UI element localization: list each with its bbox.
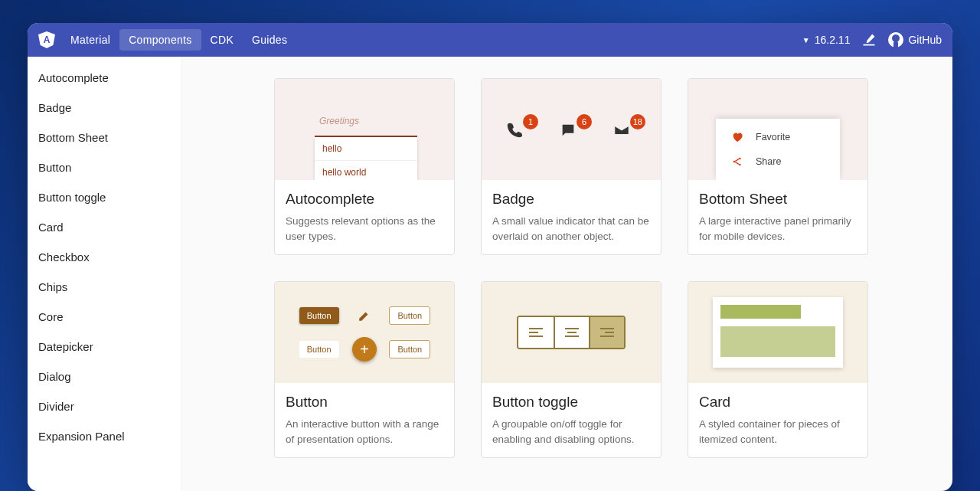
- preview-card: [688, 282, 867, 383]
- card-desc: A large interactive panel primarily for …: [699, 214, 857, 244]
- sidebar-item-core[interactable]: Core: [28, 302, 181, 332]
- sidebar-item-checkbox[interactable]: Checkbox: [28, 242, 181, 272]
- card-title: Card: [699, 394, 857, 411]
- card-title: Button toggle: [492, 394, 650, 411]
- preview-badge: 1 6 18: [482, 79, 661, 180]
- card-desc: An interactive button with a range of pr…: [286, 417, 443, 447]
- sidebar-item-autocomplete[interactable]: Autocomplete: [28, 63, 181, 93]
- sidebar-item-datepicker[interactable]: Datepicker: [28, 332, 181, 362]
- align-center-icon: [554, 317, 589, 348]
- card-autocomplete[interactable]: Greetings hello hello world Autocomplete…: [274, 78, 455, 255]
- nav-cdk[interactable]: CDK: [201, 29, 243, 51]
- component-grid: Greetings hello hello world Autocomplete…: [274, 78, 906, 458]
- card-title: Badge: [492, 191, 650, 208]
- top-navbar: A Material Components CDK Guides ▼ 16.2.…: [28, 23, 952, 57]
- github-link[interactable]: GitHub: [888, 32, 942, 47]
- bs-label: Favorite: [756, 132, 790, 142]
- card-card[interactable]: Card A styled container for pieces of it…: [688, 281, 868, 458]
- card-desc: A small value indicator that can be over…: [492, 214, 650, 244]
- share-icon: [731, 155, 743, 168]
- svg-point-0: [733, 161, 736, 163]
- github-icon: [888, 32, 903, 47]
- main-content[interactable]: Greetings hello hello world Autocomplete…: [182, 57, 952, 491]
- card-title: Autocomplete: [286, 191, 443, 208]
- nav-components[interactable]: Components: [119, 29, 201, 51]
- align-left-icon: [518, 317, 554, 348]
- sidebar-item-expansion-panel[interactable]: Expansion Panel: [28, 421, 181, 451]
- preview-ac-placeholder: Greetings: [315, 110, 417, 137]
- preview-btn-stroked: Button: [389, 306, 430, 325]
- align-right-icon: [589, 317, 624, 348]
- sidebar-item-dialog[interactable]: Dialog: [28, 362, 181, 391]
- sidebar[interactable]: Autocomplete Badge Bottom Sheet Button B…: [28, 57, 182, 491]
- card-button[interactable]: Button Button Button + Button Button An …: [274, 281, 455, 458]
- preview-ac-option: hello: [315, 137, 417, 161]
- sidebar-item-badge[interactable]: Badge: [28, 93, 181, 123]
- mail-icon: [613, 122, 630, 139]
- card-desc: A styled container for pieces of itemize…: [699, 417, 857, 447]
- badge-value: 18: [630, 114, 645, 129]
- github-label: GitHub: [908, 34, 942, 46]
- phone-icon: [506, 122, 523, 139]
- sidebar-item-button-toggle[interactable]: Button toggle: [28, 182, 181, 212]
- nav-guides[interactable]: Guides: [243, 29, 296, 51]
- card-bottom-sheet[interactable]: Favorite Share Bottom Sheet A large inte…: [688, 78, 868, 255]
- chevron-down-icon: ▼: [802, 36, 810, 44]
- card-desc: Suggests relevant options as the user ty…: [286, 214, 443, 244]
- preview-bottom-sheet: Favorite Share: [688, 79, 867, 180]
- preview-ac-option: hello world: [315, 161, 417, 180]
- badge-value: 6: [577, 114, 592, 129]
- card-title: Button: [286, 394, 443, 411]
- pencil-icon: [358, 309, 371, 322]
- primary-nav: Material Components CDK Guides: [61, 29, 296, 51]
- sidebar-item-card[interactable]: Card: [28, 212, 181, 242]
- preview-btn-flat: Button: [299, 341, 339, 358]
- preview-button-toggle: [482, 282, 661, 383]
- right-nav: ▼ 16.2.11 GitHub: [802, 31, 942, 48]
- version-selector[interactable]: ▼ 16.2.11: [802, 34, 851, 46]
- card-title: Bottom Sheet: [699, 191, 857, 208]
- sidebar-item-divider[interactable]: Divider: [28, 391, 181, 421]
- card-badge[interactable]: 1 6 18 Badge: [481, 78, 662, 255]
- badge-value: 1: [523, 114, 538, 129]
- sidebar-item-chips[interactable]: Chips: [28, 272, 181, 302]
- sidebar-item-bottom-sheet[interactable]: Bottom Sheet: [28, 123, 181, 152]
- theme-picker-icon[interactable]: [861, 31, 877, 48]
- angular-logo-icon[interactable]: A: [38, 31, 55, 48]
- app-window: A Material Components CDK Guides ▼ 16.2.…: [28, 23, 952, 491]
- plus-icon: +: [352, 337, 377, 362]
- card-button-toggle[interactable]: Button toggle A groupable on/off toggle …: [481, 281, 662, 458]
- svg-point-2: [739, 164, 741, 166]
- preview-btn-raised: Button: [299, 307, 339, 324]
- svg-point-1: [739, 158, 741, 160]
- version-label: 16.2.11: [815, 34, 851, 46]
- chat-icon: [560, 122, 577, 139]
- preview-autocomplete: Greetings hello hello world: [275, 79, 454, 180]
- preview-button: Button Button Button + Button: [275, 282, 454, 383]
- sidebar-item-button[interactable]: Button: [28, 152, 181, 182]
- card-desc: A groupable on/off toggle for enabling a…: [492, 417, 650, 447]
- preview-btn-stroked: Button: [389, 340, 430, 358]
- heart-icon: [731, 131, 743, 143]
- nav-material[interactable]: Material: [61, 29, 119, 51]
- bs-label: Share: [756, 156, 781, 167]
